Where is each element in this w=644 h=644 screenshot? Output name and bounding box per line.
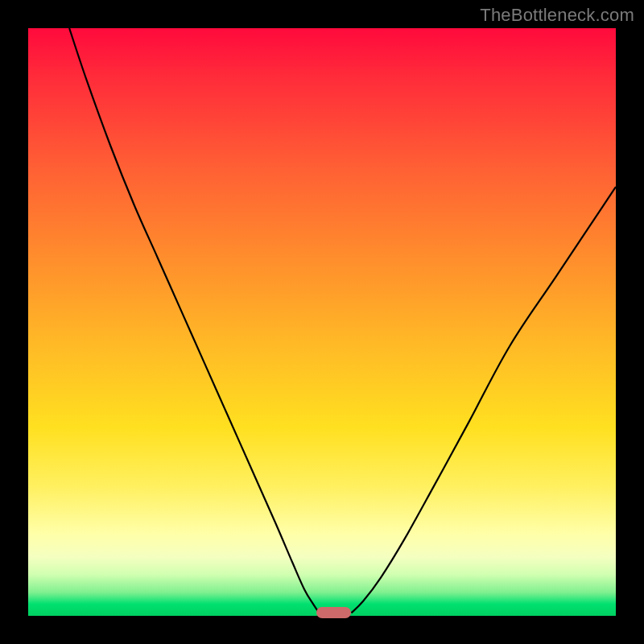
right-curve	[352, 187, 617, 613]
watermark-text: TheBottleneck.com	[480, 5, 634, 26]
curves-svg	[28, 28, 616, 616]
plot-area	[28, 28, 616, 616]
left-curve	[69, 28, 319, 613]
chart-frame: TheBottleneck.com	[0, 0, 644, 644]
bottleneck-marker	[316, 607, 352, 618]
